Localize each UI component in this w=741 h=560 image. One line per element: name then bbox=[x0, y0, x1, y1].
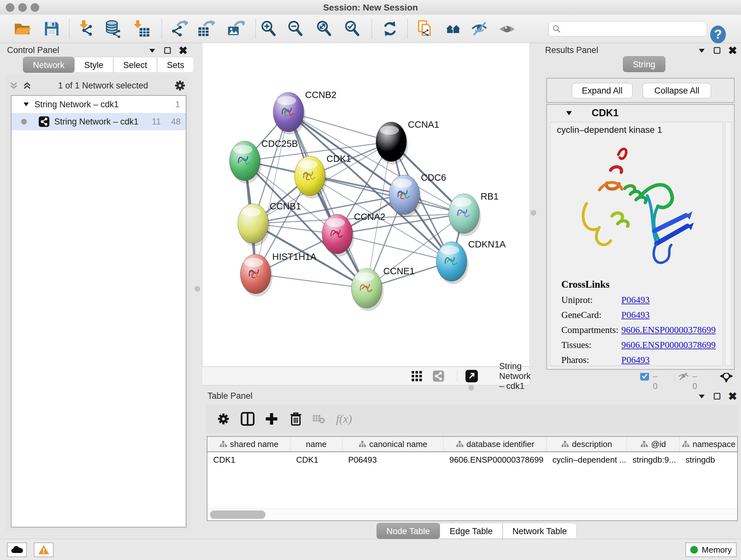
collapse-all-networks-icon[interactable] bbox=[22, 81, 32, 90]
delete-table-icon[interactable] bbox=[312, 414, 325, 424]
zoom-in-icon[interactable] bbox=[259, 19, 278, 38]
column-header-name[interactable]: name bbox=[290, 437, 342, 451]
column-label: name bbox=[306, 439, 327, 449]
close-panel-icon[interactable]: ✖ bbox=[728, 392, 738, 400]
collection-expander-icon[interactable] bbox=[23, 102, 29, 107]
zoom-selected-icon[interactable] bbox=[343, 19, 361, 38]
table-horizontal-scrollbar[interactable] bbox=[207, 509, 737, 520]
node-CDKN1A[interactable] bbox=[436, 242, 468, 284]
search-field[interactable] bbox=[548, 21, 707, 37]
panel-menu-icon[interactable] bbox=[697, 46, 706, 55]
panel-menu-icon[interactable] bbox=[148, 46, 156, 55]
refresh-icon[interactable] bbox=[381, 19, 399, 38]
cell-canonical-name[interactable]: P06493 bbox=[342, 452, 444, 468]
panel-menu-icon[interactable] bbox=[697, 392, 706, 400]
birds-eye-view-icon[interactable] bbox=[411, 371, 422, 381]
cell-description[interactable]: cyclin–dependent ... bbox=[547, 452, 627, 468]
network-view-title: String Network – cdk1 bbox=[499, 361, 531, 391]
open-session-icon[interactable] bbox=[13, 19, 31, 38]
results-scrollbar[interactable] bbox=[725, 122, 731, 366]
zoom-out-icon[interactable] bbox=[286, 19, 305, 38]
float-panel-icon[interactable] bbox=[713, 46, 721, 55]
crosslink-link[interactable]: 9606.ENSP00000378699 bbox=[621, 340, 716, 350]
edge-CCNB2-HIST1H1A[interactable] bbox=[256, 112, 288, 274]
show-selected-icon[interactable] bbox=[498, 19, 516, 38]
crosslink-link[interactable]: P06493 bbox=[621, 310, 650, 320]
node-CCNB1[interactable] bbox=[238, 204, 270, 246]
tab-network[interactable]: Network bbox=[23, 57, 74, 73]
node-CCNA2[interactable] bbox=[322, 214, 354, 257]
float-panel-icon[interactable] bbox=[713, 392, 721, 400]
close-panel-icon[interactable]: ✖ bbox=[179, 46, 188, 55]
tab-string[interactable]: String bbox=[623, 56, 665, 72]
node-CDC6[interactable] bbox=[389, 175, 421, 217]
tab-node-table[interactable]: Node Table bbox=[377, 523, 440, 539]
search-input[interactable] bbox=[563, 23, 707, 34]
float-panel-icon[interactable] bbox=[163, 46, 172, 55]
node-CDK1[interactable] bbox=[294, 156, 327, 199]
node-HIST1H1A[interactable] bbox=[240, 254, 273, 297]
tab-network-table[interactable]: Network Table bbox=[502, 523, 577, 539]
cloud-status-button[interactable] bbox=[7, 543, 27, 557]
save-session-icon[interactable] bbox=[43, 19, 61, 38]
column-header-description[interactable]: description bbox=[547, 437, 627, 451]
function-builder-icon[interactable]: f(x) bbox=[336, 412, 352, 426]
tab-sets[interactable]: Sets bbox=[157, 57, 194, 73]
expand-all-networks-icon[interactable] bbox=[8, 81, 19, 90]
column-header-database-identifier[interactable]: database identifier bbox=[444, 437, 547, 451]
import-table-icon[interactable] bbox=[132, 19, 151, 38]
crosslink-link[interactable]: P06493 bbox=[621, 355, 650, 365]
network-options-gear-icon[interactable] bbox=[174, 79, 186, 92]
tab-edge-table[interactable]: Edge Table bbox=[440, 523, 502, 539]
open-view-in-window-icon[interactable] bbox=[465, 369, 478, 383]
zoom-fit-icon[interactable] bbox=[315, 19, 333, 38]
network-view-canvas[interactable]: CCNB2 CCNA1 CDC25B CDK1 CDC6 RB1 CCNB1 C… bbox=[202, 43, 530, 367]
collapse-all-button[interactable]: Collapse All bbox=[643, 83, 711, 98]
export-table-icon[interactable] bbox=[196, 19, 215, 38]
scrollbar-thumb[interactable] bbox=[210, 510, 266, 519]
string-view-icon[interactable] bbox=[432, 370, 445, 382]
import-network-database-icon[interactable] bbox=[105, 19, 123, 38]
column-header-canonical-name[interactable]: canonical name bbox=[342, 437, 444, 451]
expand-all-button[interactable]: Expand All bbox=[572, 83, 632, 98]
crosslink-link[interactable]: 9606.ENSP00000378699 bbox=[621, 325, 716, 335]
help-icon[interactable]: ? bbox=[709, 25, 727, 44]
show-columns-icon[interactable] bbox=[240, 412, 255, 426]
right-splitter-handle[interactable] bbox=[531, 210, 536, 215]
warning-status-button[interactable] bbox=[34, 543, 54, 557]
add-column-icon[interactable] bbox=[265, 412, 279, 426]
import-network-file-icon[interactable] bbox=[77, 19, 96, 38]
close-panel-icon[interactable]: ✖ bbox=[728, 46, 738, 55]
node-CCNE1[interactable] bbox=[351, 268, 384, 311]
network-row[interactable]: String Network – cdk1 11 48 bbox=[11, 113, 186, 130]
tab-select[interactable]: Select bbox=[113, 57, 157, 73]
node-CCNB2[interactable] bbox=[273, 92, 306, 135]
edge-CCNB2-CCNE1[interactable] bbox=[288, 112, 367, 288]
export-network-icon[interactable] bbox=[170, 19, 188, 38]
toolbar-separator bbox=[255, 19, 256, 38]
tab-style[interactable]: Style bbox=[74, 57, 113, 73]
cell-shared-name[interactable]: CDK1 bbox=[207, 452, 290, 468]
column-header--id[interactable]: @id bbox=[627, 437, 680, 451]
hide-selected-icon[interactable] bbox=[470, 19, 489, 38]
window-title: Session: New Session bbox=[0, 3, 741, 13]
node-RB1[interactable] bbox=[449, 194, 481, 236]
home-icon[interactable] bbox=[444, 19, 462, 38]
table-options-gear-icon[interactable] bbox=[216, 412, 230, 426]
crosslink-link[interactable]: P06493 bbox=[621, 295, 650, 305]
entry-expander-icon[interactable] bbox=[565, 110, 572, 116]
cell-namespace[interactable]: stringdb bbox=[680, 452, 738, 468]
cell--id[interactable]: stringdb:9... bbox=[627, 452, 680, 468]
memory-button[interactable]: Memory bbox=[685, 543, 737, 557]
column-header-namespace[interactable]: namespace bbox=[680, 437, 738, 451]
table-row[interactable]: CDK1CDK1P064939606.ENSP00000378699cyclin… bbox=[207, 452, 737, 468]
export-image-icon[interactable] bbox=[226, 19, 245, 38]
delete-column-icon[interactable] bbox=[289, 412, 302, 426]
column-header-shared-name[interactable]: shared name bbox=[207, 437, 290, 451]
node-CCNA1[interactable] bbox=[376, 122, 408, 165]
duplicate-network-view-icon[interactable] bbox=[416, 19, 434, 38]
cell-name[interactable]: CDK1 bbox=[290, 452, 342, 468]
network-collection-row[interactable]: String Network – cdk1 1 bbox=[11, 96, 186, 113]
cell-database-identifier[interactable]: 9606.ENSP00000378699 bbox=[444, 452, 547, 468]
left-splitter-handle[interactable] bbox=[195, 286, 200, 292]
